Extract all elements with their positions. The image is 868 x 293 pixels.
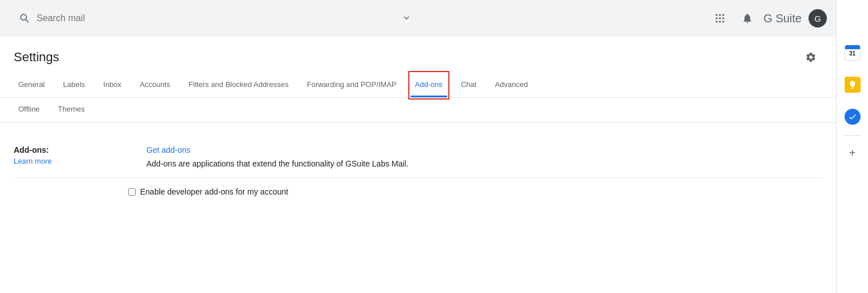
sidebar-keep-btn[interactable] <box>841 73 864 96</box>
developer-row: Enable developer add-ons for my account <box>14 178 822 205</box>
svg-point-1 <box>719 14 721 16</box>
search-dropdown-icon[interactable] <box>401 13 412 25</box>
content-area: Add-ons: Learn more Get add-ons Add-ons … <box>0 122 836 219</box>
svg-point-7 <box>719 21 721 22</box>
addons-setting-row: Add-ons: Learn more Get add-ons Add-ons … <box>14 136 822 178</box>
gsuite-logo: G Suite <box>763 12 802 25</box>
tasks-icon <box>845 109 861 125</box>
tab-advanced[interactable]: Advanced <box>490 73 532 97</box>
search-icon <box>18 12 30 25</box>
keep-icon <box>845 77 861 93</box>
avatar[interactable]: G <box>809 9 827 27</box>
developer-checkbox-label[interactable]: Enable developer add-ons for my account <box>128 187 288 196</box>
settings-header: Settings <box>0 37 836 73</box>
tab-offline[interactable]: Offline <box>14 98 44 122</box>
gear-icon-btn[interactable] <box>799 46 822 69</box>
tabs-row-2: Offline Themes <box>0 98 836 122</box>
svg-point-8 <box>722 21 724 22</box>
tab-labels[interactable]: Labels <box>58 73 89 97</box>
sidebar-tasks-btn[interactable] <box>841 105 864 128</box>
calendar-icon-num: 31 <box>845 49 860 57</box>
svg-point-5 <box>722 17 724 19</box>
sidebar-calendar-btn[interactable]: 31 <box>841 41 864 64</box>
svg-point-6 <box>716 21 718 22</box>
tab-forwarding[interactable]: Forwarding and POP/IMAP <box>302 73 401 97</box>
sidebar-plus-btn[interactable]: + <box>842 142 863 163</box>
tab-themes[interactable]: Themes <box>53 98 89 122</box>
get-addons-link[interactable]: Get add-ons <box>146 145 822 155</box>
right-sidebar: 31 + <box>836 0 868 293</box>
search-input-wrapper[interactable] <box>9 5 421 31</box>
notifications-icon-btn[interactable] <box>736 7 759 30</box>
addons-label-col: Add-ons: Learn more <box>14 145 128 165</box>
gsuite-text: G Suite <box>763 12 802 25</box>
tab-addons[interactable]: Add-ons <box>411 73 447 97</box>
addons-description: Add-ons are applications that extend the… <box>146 159 822 168</box>
main-content: G Suite G Settings General Labels Inbox … <box>0 0 836 293</box>
tab-general[interactable]: General <box>14 73 49 97</box>
tab-inbox[interactable]: Inbox <box>99 73 126 97</box>
plus-icon: + <box>849 146 856 160</box>
learn-more-link[interactable]: Learn more <box>14 157 128 165</box>
svg-point-2 <box>722 14 724 16</box>
tabs-row-1: General Labels Inbox Accounts Filters an… <box>0 73 836 98</box>
apps-icon-btn[interactable] <box>708 7 731 30</box>
tab-accounts[interactable]: Accounts <box>135 73 174 97</box>
developer-checkbox[interactable] <box>128 188 136 196</box>
calendar-icon: 31 <box>845 45 861 61</box>
sidebar-divider <box>843 135 862 136</box>
tab-filters[interactable]: Filters and Blocked Addresses <box>184 73 293 97</box>
calendar-icon-top <box>845 45 860 49</box>
addons-content-col: Get add-ons Add-ons are applications tha… <box>146 145 822 168</box>
svg-point-4 <box>719 17 721 19</box>
settings-area: Settings General Labels Inbox Accounts F… <box>0 37 836 293</box>
developer-checkbox-text: Enable developer add-ons for my account <box>140 187 288 196</box>
page-title: Settings <box>14 50 59 65</box>
svg-point-0 <box>716 14 718 16</box>
tab-chat[interactable]: Chat <box>456 73 481 97</box>
addons-label: Add-ons: <box>14 145 49 155</box>
search-input[interactable] <box>37 13 395 23</box>
top-right-icons: G Suite G <box>708 7 827 30</box>
svg-point-3 <box>716 17 718 19</box>
search-bar: G Suite G <box>0 0 836 37</box>
